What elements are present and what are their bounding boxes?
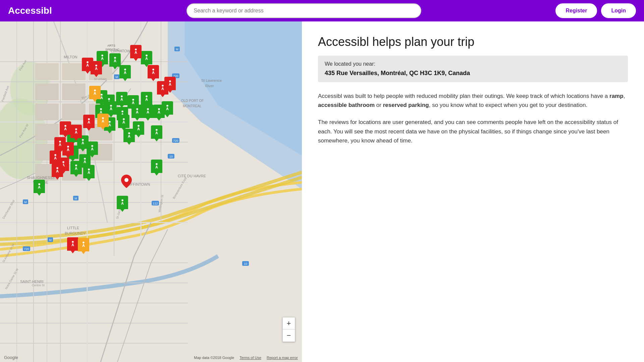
svg-text:Centre St: Centre St [32, 284, 45, 287]
location-address: 435 Rue Versailles, Montréal, QC H3C 1K9… [325, 70, 621, 77]
marker-red[interactable] [52, 164, 63, 177]
report-map-error-link[interactable]: Report a map error [267, 356, 298, 360]
zoom-controls: + − [282, 317, 295, 342]
terms-of-use-link[interactable]: Terms of Use [239, 356, 261, 360]
marker-green[interactable] [151, 160, 162, 173]
svg-text:720: 720 [24, 247, 29, 251]
marker-green[interactable] [117, 196, 128, 209]
svg-text:SPECTAC...: SPECTAC... [105, 48, 122, 51]
svg-text:112: 112 [153, 202, 158, 205]
search-container [59, 3, 549, 18]
map-footer: Google Map data ©2018 Google Terms of Us… [0, 355, 302, 360]
marker-green[interactable] [141, 51, 152, 64]
right-panel: Accessibl helps plan your trip We locate… [302, 21, 644, 362]
marker-red[interactable] [60, 121, 71, 135]
svg-rect-30 [35, 104, 59, 120]
svg-text:720: 720 [173, 139, 178, 142]
marker-yellow[interactable] [89, 86, 101, 99]
header-buttons: Register Login [555, 3, 636, 18]
marker-green[interactable] [105, 101, 117, 115]
login-button[interactable]: Login [601, 3, 636, 18]
map-data-label: Map data ©2018 Google [194, 356, 234, 360]
marker-red[interactable] [70, 125, 82, 138]
map-area: MILTON CHINATOWN OLD PORT OF MONTREAL St… [0, 21, 302, 362]
marker-red[interactable] [62, 142, 74, 156]
svg-text:SAINT-HENRI: SAINT-HENRI [20, 280, 44, 284]
panel-paragraph-2: The reviews for locations are user gener… [318, 118, 628, 145]
svg-rect-31 [62, 104, 86, 120]
svg-text:10: 10 [244, 262, 247, 265]
svg-text:M: M [74, 197, 77, 200]
svg-text:ARTS: ARTS [107, 44, 115, 47]
paragraph1-end-text: , so you know what to expect when you ge… [429, 102, 588, 108]
location-label: We located you near: [325, 61, 621, 67]
svg-text:MILTON: MILTON [64, 55, 77, 59]
marker-green[interactable] [118, 115, 129, 128]
main: MILTON CHINATOWN OLD PORT OF MONTREAL St… [0, 21, 644, 362]
svg-text:OLD PORT OF: OLD PORT OF [181, 99, 204, 103]
google-logo: Google [4, 355, 18, 360]
svg-text:BURGUNDY: BURGUNDY [65, 231, 86, 235]
or-text: or [375, 102, 383, 108]
location-box: We located you near: 435 Rue Versailles,… [318, 56, 628, 82]
comma-text: , [624, 93, 625, 99]
marker-green[interactable] [151, 125, 162, 139]
marker-green[interactable] [83, 165, 95, 178]
marker-yellow[interactable] [78, 238, 89, 251]
marker-green[interactable] [70, 161, 82, 174]
svg-text:CITÉ DU HAVRE: CITÉ DU HAVRE [178, 174, 206, 178]
marker-green[interactable] [131, 105, 143, 118]
marker-yellow[interactable] [97, 114, 109, 127]
svg-text:St Lawrence: St Lawrence [201, 78, 222, 82]
marker-red[interactable] [148, 65, 159, 78]
svg-rect-25 [35, 63, 59, 80]
svg-text:M: M [176, 48, 178, 51]
panel-paragraph-1: Accessibl was built to help people with … [318, 92, 628, 110]
zoom-out-button[interactable]: − [283, 329, 295, 342]
svg-rect-28 [35, 83, 59, 100]
marker-green[interactable] [142, 105, 154, 118]
marker-green[interactable] [116, 92, 127, 105]
svg-text:River: River [205, 84, 214, 88]
panel-title: Accessibl helps plan your trip [318, 35, 628, 49]
paragraph1-text: Accessibl was built to help people with … [318, 93, 609, 99]
marker-red[interactable] [157, 81, 168, 95]
svg-text:SHAUGHNESSY: SHAUGHNESSY [27, 176, 55, 180]
svg-text:St Urbain: St Urbain [94, 77, 107, 81]
search-input[interactable] [186, 3, 421, 18]
app-logo: Accessibl [8, 5, 52, 16]
header: Accessibl Register Login [0, 0, 644, 21]
marker-green[interactable] [109, 53, 121, 67]
zoom-in-button[interactable]: + [283, 317, 295, 329]
marker-green[interactable] [87, 141, 98, 155]
svg-text:LITTLE: LITTLE [67, 226, 79, 230]
svg-text:M: M [24, 200, 27, 204]
marker-red[interactable] [83, 115, 95, 128]
svg-text:M: M [115, 75, 118, 79]
marker-green[interactable] [141, 92, 152, 105]
ramp-text: ramp [609, 93, 624, 99]
svg-text:MONTREAL: MONTREAL [183, 104, 202, 108]
marker-red[interactable] [91, 61, 102, 74]
marker-green[interactable] [34, 180, 45, 193]
marker-green[interactable] [162, 101, 173, 115]
svg-text:10: 10 [169, 155, 173, 158]
marker-red[interactable] [130, 45, 142, 58]
reserved-parking-text: reserved parking [383, 102, 429, 108]
marker-red[interactable] [67, 237, 78, 251]
marker-green[interactable] [119, 65, 131, 78]
svg-text:M: M [49, 238, 52, 242]
accessible-bathroom-text: accessible bathroom [318, 102, 375, 108]
register-button[interactable]: Register [555, 3, 597, 18]
svg-point-90 [124, 178, 128, 182]
marker-green[interactable] [123, 129, 135, 142]
